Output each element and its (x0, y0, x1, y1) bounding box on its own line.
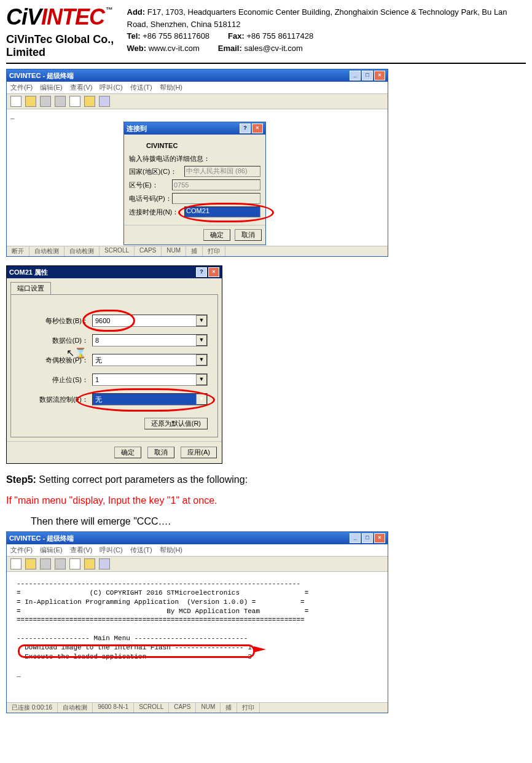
menu-file[interactable]: 文件(F) (10, 546, 33, 555)
ok-button[interactable]: 确定 (203, 229, 230, 241)
status-connection: 已连接 0:00:16 (7, 703, 58, 713)
terminal-output: ----------------------------------------… (10, 576, 384, 683)
receive-icon[interactable] (84, 558, 95, 569)
apply-button[interactable]: 应用(A) (181, 447, 217, 458)
menubar: 文件(F) 编辑(E) 查看(V) 呼叫(C) 传送(T) 帮助(H) (7, 544, 388, 557)
statusbar: 断开 自动检测 自动检测 SCROLL CAPS NUM 捕 打印 (7, 246, 388, 256)
open-icon[interactable] (25, 558, 36, 569)
chevron-down-icon[interactable]: ▼ (196, 315, 207, 326)
status-autodetect2: 自动检测 (65, 246, 100, 256)
hangup-icon[interactable] (55, 96, 66, 107)
new-icon[interactable] (10, 96, 22, 107)
statusbar: 已连接 0:00:16 自动检测 9600 8-N-1 SCROLL CAPS … (7, 702, 388, 713)
terminal-area: _ 连接到 ? × CIVINTEC 输入待拨电话的详细信息： 国家(地区)(C… (7, 109, 388, 246)
chevron-down-icon[interactable]: ▼ (196, 394, 207, 405)
dialog-titlebar[interactable]: 连接到 ? × (124, 122, 265, 135)
restore-defaults-button[interactable]: 还原为默认值(R) (144, 418, 208, 429)
cancel-button[interactable]: 取消 (147, 447, 174, 458)
country-select: 中华人民共和国 (86) (184, 166, 260, 177)
phone-icon[interactable] (40, 96, 51, 107)
titlebar[interactable]: COM21 属性 ? × (7, 266, 222, 278)
menu-edit[interactable]: 编辑(E) (40, 83, 63, 92)
step5-label: Step5: (6, 474, 36, 485)
properties-icon[interactable] (99, 96, 110, 107)
contact-info: Add: F17, 1703, Headquarters Economic Ce… (127, 6, 526, 59)
baud-label: 每秒位数(B)： (21, 316, 92, 326)
chevron-down-icon[interactable]: ▼ (196, 374, 207, 385)
close-button[interactable]: × (374, 71, 385, 80)
maximize-button[interactable]: □ (362, 533, 373, 543)
phone-icon[interactable] (40, 558, 51, 569)
dialog-prompt: 输入待拨电话的详细信息： (129, 154, 260, 163)
send-icon[interactable] (69, 558, 80, 569)
fax-label: Fax: (228, 31, 244, 41)
cancel-button[interactable]: 取消 (235, 229, 262, 241)
menu-file[interactable]: 文件(F) (10, 83, 33, 92)
status-print: 打印 (203, 246, 225, 256)
status-capture: 捕 (186, 246, 203, 256)
receive-icon[interactable] (84, 96, 95, 107)
tab-port-settings[interactable]: 端口设置 (10, 282, 51, 294)
menu-transfer[interactable]: 传送(T) (130, 83, 152, 92)
status-autodetect1: 自动检测 (29, 246, 65, 256)
dialog-title: 连接到 (127, 124, 147, 133)
chevron-down-icon[interactable]: ▼ (196, 354, 207, 366)
phone-label: 电话号码(P)： (129, 194, 172, 203)
minimize-button[interactable]: _ (350, 71, 361, 80)
close-button[interactable]: × (374, 533, 385, 543)
window-title: CIVINTEC - 超级终端 (9, 534, 74, 543)
ok-button[interactable]: 确定 (114, 447, 141, 458)
parity-select[interactable]: 无▼ (92, 354, 208, 366)
web-label: Web: (127, 44, 147, 53)
minimize-button[interactable]: _ (350, 533, 361, 543)
step5-text3: Then there will emerge "CCC…. (31, 514, 526, 529)
menu-call[interactable]: 呼叫(C) (100, 83, 122, 92)
status-print: 打印 (237, 703, 260, 713)
phone-input (172, 193, 260, 204)
connect-using-label: 连接时使用(N)： (129, 208, 184, 217)
country-label: 国家(地区)(C)： (129, 167, 184, 176)
email-label: Email: (218, 44, 242, 53)
databits-label: 数据位(D)： (21, 336, 92, 345)
help-button[interactable]: ? (240, 123, 251, 133)
titlebar[interactable]: CIVINTEC - 超级终端 _ □ × (7, 69, 388, 82)
close-button[interactable]: × (208, 267, 219, 277)
toolbar (7, 557, 388, 572)
titlebar[interactable]: CIVINTEC - 超级终端 _ □ × (7, 532, 388, 544)
menu-call[interactable]: 呼叫(C) (100, 546, 122, 555)
maximize-button[interactable]: □ (362, 71, 373, 80)
properties-icon[interactable] (99, 558, 110, 569)
baud-select[interactable]: 9600▼ (92, 315, 208, 327)
fax-value: +86 755 86117428 (246, 31, 313, 41)
step5-red-instruction: If "main menu "display, Input the key "1… (6, 493, 526, 508)
menu-transfer[interactable]: 传送(T) (130, 546, 152, 555)
databits-select[interactable]: 8▼ (92, 334, 208, 346)
menu-view[interactable]: 查看(V) (70, 83, 93, 92)
help-button[interactable]: ? (196, 267, 207, 277)
flowcontrol-label: 数据流控制(F)： (21, 395, 92, 404)
dialog-close-button[interactable]: × (252, 123, 263, 133)
connect-to-dialog: 连接到 ? × CIVINTEC 输入待拨电话的详细信息： 国家(地区)(C)：… (123, 122, 266, 245)
menu-help[interactable]: 帮助(H) (160, 83, 182, 92)
chevron-down-icon[interactable]: ▼ (196, 335, 207, 346)
connect-using-select[interactable]: COM21 (184, 206, 260, 217)
status-scroll: SCROLL (100, 246, 135, 256)
status-caps: CAPS (169, 703, 196, 713)
menu-view[interactable]: 查看(V) (70, 546, 93, 555)
stopbits-value: 1 (95, 376, 99, 383)
menu-edit[interactable]: 编辑(E) (40, 546, 63, 555)
flowcontrol-select[interactable]: 无▼ (92, 393, 208, 405)
stopbits-select[interactable]: 1▼ (92, 374, 208, 386)
step5-heading: Step5: Setting correct port parameters a… (6, 472, 526, 487)
tel-value: +86 755 86117608 (143, 31, 209, 41)
new-icon[interactable] (10, 558, 22, 569)
menu-help[interactable]: 帮助(H) (160, 546, 182, 555)
open-icon[interactable] (25, 96, 36, 107)
window-title: CIVINTEC - 超级终端 (9, 71, 74, 80)
tab-strip: 端口设置 (7, 278, 222, 294)
hangup-icon[interactable] (55, 558, 66, 569)
send-icon[interactable] (69, 96, 80, 107)
area-input (172, 179, 260, 190)
status-num: NUM (162, 246, 186, 256)
addr-label: Add: (127, 7, 146, 17)
